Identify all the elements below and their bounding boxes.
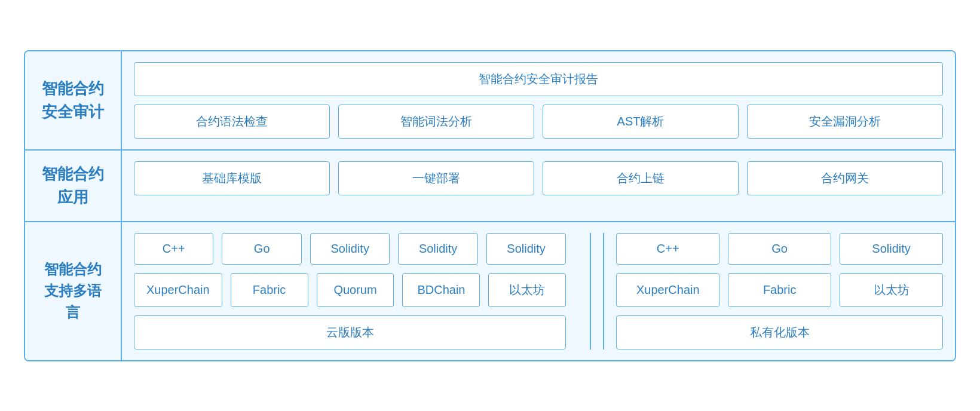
- row-app-features: 基础库模版 一键部署 合约上链 合约网关: [134, 161, 943, 195]
- vertical-divider: [590, 233, 591, 349]
- box-on-chain: 合约上链: [543, 161, 739, 195]
- box-audit-report: 智能合约安全审计报告: [134, 62, 943, 96]
- private-version-row: 私有化版本: [616, 315, 943, 349]
- section-title-security: 智能合约 安全审计: [25, 51, 121, 149]
- box-cloud-cpp: C++: [134, 233, 213, 265]
- section-title-lang: 智能合约 支持多语 言: [25, 222, 121, 360]
- section-lang: 智能合约 支持多语 言 C++ Go Solidity Solidity Sol…: [25, 222, 955, 360]
- box-private-solidity: Solidity: [840, 233, 943, 265]
- box-syntax-check: 合约语法检查: [134, 105, 330, 139]
- row-full: 智能合约安全审计报告: [134, 62, 943, 96]
- box-lexical-analysis: 智能词法分析: [338, 105, 534, 139]
- main-container: 智能合约 安全审计 智能合约安全审计报告 合约语法检查 智能词法分析 AST解析…: [24, 50, 956, 361]
- section-content-app: 基础库模版 一键部署 合约上链 合约网关: [121, 151, 955, 221]
- box-cloud-solidity2: Solidity: [398, 233, 477, 265]
- box-cloud-fabric: Fabric: [231, 273, 308, 307]
- cloud-version-row: 云版版本: [134, 315, 566, 349]
- section-content-security: 智能合约安全审计报告 合约语法检查 智能词法分析 AST解析 安全漏洞分析: [121, 51, 955, 149]
- private-column: C++ Go Solidity XuperChain Fabric 以太坊 私有…: [603, 233, 943, 349]
- cloud-lang-row: C++ Go Solidity Solidity Solidity: [134, 233, 566, 265]
- box-cloud-go: Go: [222, 233, 301, 265]
- section-title-app: 智能合约 应用: [25, 151, 121, 221]
- box-private-ethereum: 以太坊: [840, 273, 943, 307]
- box-private-xuperchain: XuperChain: [616, 273, 719, 307]
- box-ast-parse: AST解析: [543, 105, 739, 139]
- private-platform-row: XuperChain Fabric 以太坊: [616, 273, 943, 307]
- box-template: 基础库模版: [134, 161, 330, 195]
- box-private-go: Go: [728, 233, 831, 265]
- box-private-version: 私有化版本: [616, 315, 943, 349]
- box-cloud-xuperchain: XuperChain: [134, 273, 222, 307]
- box-private-cpp: C++: [616, 233, 719, 265]
- cloud-platform-row: XuperChain Fabric Quorum BDChain 以太坊: [134, 273, 566, 307]
- box-cloud-quorum: Quorum: [317, 273, 394, 307]
- box-cloud-solidity1: Solidity: [310, 233, 390, 265]
- cloud-column: C++ Go Solidity Solidity Solidity XuperC…: [134, 233, 578, 349]
- box-gateway: 合约网关: [747, 161, 943, 195]
- box-cloud-ethereum: 以太坊: [488, 273, 566, 307]
- section-content-lang: C++ Go Solidity Solidity Solidity XuperC…: [121, 222, 955, 360]
- box-cloud-version: 云版版本: [134, 315, 566, 349]
- private-lang-row: C++ Go Solidity: [616, 233, 943, 265]
- box-deploy: 一键部署: [338, 161, 534, 195]
- box-private-fabric: Fabric: [728, 273, 831, 307]
- section-app: 智能合约 应用 基础库模版 一键部署 合约上链 合约网关: [25, 151, 955, 222]
- row-quarters: 合约语法检查 智能词法分析 AST解析 安全漏洞分析: [134, 105, 943, 139]
- section-security-audit: 智能合约 安全审计 智能合约安全审计报告 合约语法检查 智能词法分析 AST解析…: [25, 51, 955, 151]
- box-vuln-analysis: 安全漏洞分析: [747, 105, 943, 139]
- box-cloud-bdchain: BDChain: [402, 273, 480, 307]
- box-cloud-solidity3: Solidity: [486, 233, 566, 265]
